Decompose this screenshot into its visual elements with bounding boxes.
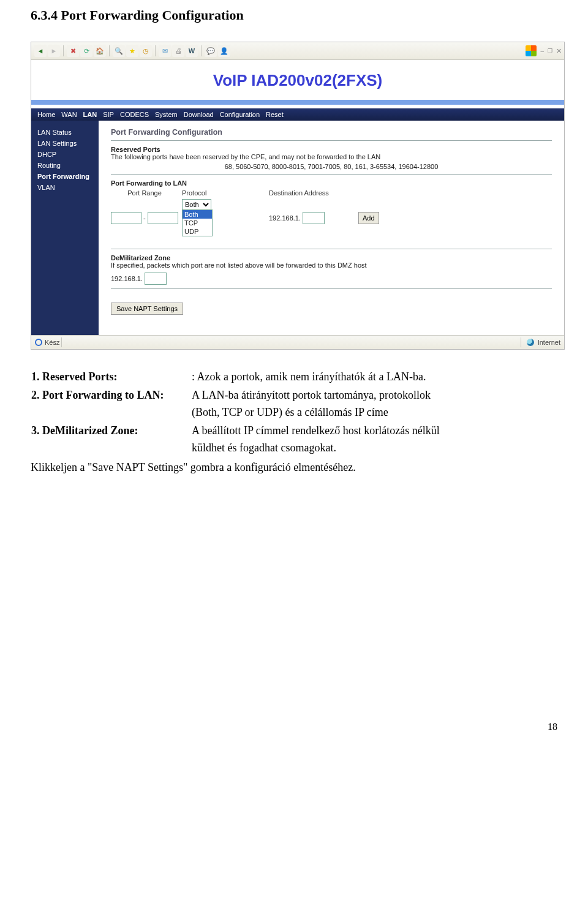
separator-icon (63, 45, 64, 56)
nav-codecs[interactable]: CODECS (120, 111, 149, 118)
col-dest: Destination Address (269, 189, 355, 197)
separator-icon (155, 45, 156, 56)
sidebar-item-lanstatus[interactable]: LAN Status (31, 127, 99, 138)
stop-icon[interactable]: ✖ (67, 45, 79, 57)
dest-cell: 192.168.1. (269, 212, 355, 224)
nav-wan[interactable]: WAN (61, 111, 77, 118)
favorites-icon[interactable]: ★ (126, 45, 138, 57)
protocol-dropdown-list: Both TCP UDP (182, 209, 213, 236)
product-title: VoIP IAD200v02(2FXS) (31, 71, 564, 90)
nav-lan[interactable]: LAN (83, 111, 97, 118)
print-icon[interactable]: 🖨 (172, 45, 184, 57)
protocol-select[interactable]: Both (182, 199, 211, 210)
nav-reset[interactable]: Reset (266, 111, 284, 118)
sidebar-item-dhcp[interactable]: DHCP (31, 149, 99, 160)
page-number: 18 (31, 721, 557, 732)
msgr-icon[interactable]: 👤 (218, 45, 230, 57)
zone-text: Internet (538, 339, 560, 346)
sidebar-item-vlan[interactable]: VLAN (31, 182, 99, 193)
browser-toolbar: ◄ ► ✖ ⟳ 🏠 🔍 ★ ◷ ✉ 🖨 W 💬 👤 – ❐ ✕ (31, 42, 564, 60)
globe-icon (527, 339, 534, 346)
proto-option-udp[interactable]: UDP (183, 227, 212, 236)
proto-option-both[interactable]: Both (183, 210, 212, 219)
ie-icon (35, 339, 42, 346)
nav-system[interactable]: System (155, 111, 178, 118)
portforwarding-title: Port Forwarding to LAN (111, 179, 552, 187)
section-title: 6.3.4 Port Forwarding Configuration (31, 7, 557, 23)
exp-2-text-b: (Both, TCP or UDP) és a célállomás IP cí… (192, 406, 388, 418)
forward-icon[interactable]: ► (48, 45, 60, 57)
sidebar-item-lansettings[interactable]: LAN Settings (31, 138, 99, 149)
exp-1-text: : Azok a portok, amik nem irányíthatók á… (192, 371, 426, 383)
col-portrange: Port Range (111, 189, 178, 197)
exp-3-text-a: A beállított IP címmel rendelkező host k… (192, 424, 440, 437)
add-button[interactable]: Add (358, 212, 379, 224)
panel-title: Port Forwarding Configuration (111, 128, 552, 137)
reserved-ports-text: The following ports have been reserved b… (111, 153, 552, 160)
explanation-block: 1. Reserved Ports: : Azok a portok, amik… (31, 368, 557, 476)
nav-config[interactable]: Configuration (220, 111, 260, 118)
reserved-ports-title: Reserved Ports (111, 146, 552, 153)
exp-1-label: 1. Reserved Ports: (31, 371, 117, 383)
browser-window: ◄ ► ✖ ⟳ 🏠 🔍 ★ ◷ ✉ 🖨 W 💬 👤 – ❐ ✕ VoIP IAD… (31, 42, 565, 350)
port-to-input[interactable] (148, 212, 178, 224)
refresh-icon[interactable]: ⟳ (80, 45, 92, 57)
exp-2-text-a: A LAN-ba átirányított portok tartománya,… (192, 389, 431, 401)
home-icon[interactable]: 🏠 (94, 45, 106, 57)
dest-prefix: 192.168.1. (269, 214, 301, 222)
nav-sip[interactable]: SIP (103, 111, 114, 118)
nav-download[interactable]: Download (184, 111, 214, 118)
sidebar-item-routing[interactable]: Routing (31, 160, 99, 171)
separator-icon (201, 45, 202, 56)
dmz-octet-input[interactable] (145, 273, 167, 285)
windows-logo-icon (526, 45, 537, 56)
sidebar-item-portforwarding[interactable]: Port Forwarding (31, 171, 99, 182)
exp-2-label: 2. Port Forwarding to LAN: (31, 389, 164, 401)
separator-icon (521, 337, 521, 347)
col-protocol: Protocol (182, 189, 225, 197)
save-napt-button[interactable]: Save NAPT Settings (111, 303, 183, 315)
minimize-icon[interactable]: – (540, 48, 544, 55)
separator-icon (109, 45, 110, 56)
nav-home[interactable]: Home (37, 111, 55, 118)
mail-icon[interactable]: ✉ (159, 45, 171, 57)
separator-icon (61, 337, 62, 347)
search-icon[interactable]: 🔍 (113, 45, 125, 57)
dmz-title: DeMilitarized Zone (111, 254, 552, 262)
discuss-icon[interactable]: 💬 (205, 45, 217, 57)
status-bar: Kész Internet (31, 335, 564, 349)
exp-end: Klikkeljen a "Save NAPT Settings" gombra… (31, 459, 557, 476)
port-from-input[interactable] (111, 212, 141, 224)
maximize-icon[interactable]: ❐ (548, 48, 552, 54)
proto-option-tcp[interactable]: TCP (183, 219, 212, 227)
reserved-ports-list: 68, 5060-5070, 8000-8015, 7001-7005, 80,… (111, 163, 552, 170)
back-icon[interactable]: ◄ (34, 45, 47, 57)
status-text: Kész (45, 339, 59, 346)
main-panel: Port Forwarding Configuration Reserved P… (99, 121, 564, 335)
dmz-prefix: 192.168.1. (111, 275, 143, 282)
page-header: VoIP IAD200v02(2FXS) (31, 60, 564, 108)
exp-3-text-b: küldhet és fogadhat csomagokat. (192, 442, 336, 454)
dmz-text: If specified, packets which port are not… (111, 262, 552, 269)
history-icon[interactable]: ◷ (140, 45, 152, 57)
dest-octet-input[interactable] (303, 212, 325, 224)
close-window-icon[interactable]: ✕ (556, 47, 562, 55)
word-icon[interactable]: W (186, 45, 198, 57)
port-range-cell: - (111, 212, 178, 224)
dmz-ip-row: 192.168.1. (111, 273, 552, 285)
exp-3-label: 3. DeMilitarized Zone: (31, 424, 138, 437)
main-nav: Home WAN LAN SIP CODECS System Download … (31, 108, 564, 121)
sidebar: LAN Status LAN Settings DHCP Routing Por… (31, 121, 99, 335)
